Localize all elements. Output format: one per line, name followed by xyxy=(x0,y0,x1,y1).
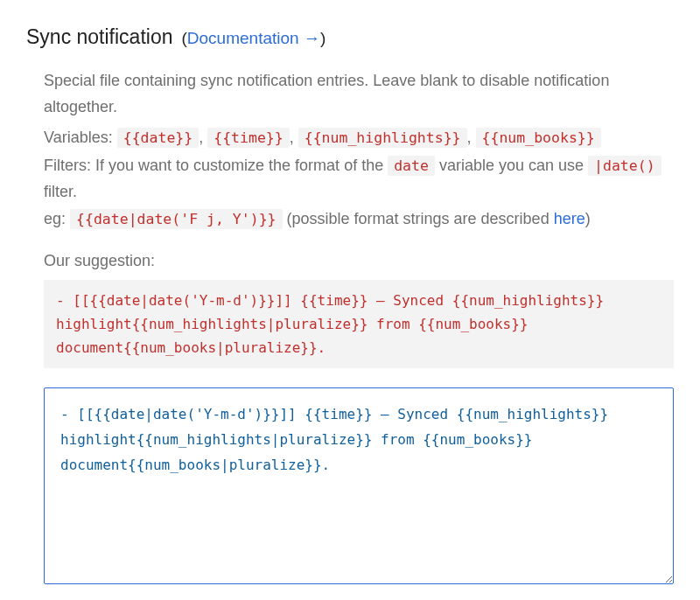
variable-num-highlights: {{num_highlights}} xyxy=(298,128,467,148)
paren-close: ) xyxy=(320,29,326,47)
variable-time: {{time}} xyxy=(207,128,289,148)
filters-text-suffix: filter. xyxy=(44,183,77,200)
section-description: Special file containing sync notificatio… xyxy=(44,68,674,120)
filter-date-func: |date() xyxy=(588,156,662,176)
filter-date-var: date xyxy=(388,156,435,176)
doc-link-wrapper: (Documentation →) xyxy=(181,24,326,52)
sync-notification-textarea[interactable]: - [[{{date|date('Y-m-d')}}]] {{time}} — … xyxy=(44,387,674,584)
variable-sep: , xyxy=(199,129,207,146)
example-line: eg: {{date|date('F j, Y')}} (possible fo… xyxy=(44,206,674,233)
example-code: {{date|date('F j, Y')}} xyxy=(70,209,282,229)
suggestion-label: Our suggestion: xyxy=(44,248,674,275)
section-content: Special file containing sync notificatio… xyxy=(26,68,674,593)
filters-text-prefix: Filters: If you want to customize the fo… xyxy=(44,157,388,174)
format-strings-link[interactable]: here xyxy=(554,210,585,227)
documentation-link[interactable]: Documentation → xyxy=(187,29,320,47)
variables-label: Variables: xyxy=(44,129,113,146)
variable-sep: , xyxy=(467,129,476,146)
section-header: Sync notification (Documentation →) xyxy=(26,21,674,54)
variable-date: {{date}} xyxy=(117,128,199,148)
filters-line: Filters: If you want to customize the fo… xyxy=(44,153,674,205)
variables-line: Variables: {{date}}, {{time}}, {{num_hig… xyxy=(44,125,674,151)
example-close: ) xyxy=(585,210,591,227)
variable-num-books: {{num_books}} xyxy=(476,128,601,148)
example-after: (possible format strings are described xyxy=(283,210,554,227)
variable-sep: , xyxy=(290,129,298,146)
section-title: Sync notification xyxy=(26,21,172,54)
example-prefix: eg: xyxy=(44,210,70,227)
filters-text-middle: variable you can use xyxy=(435,157,588,174)
suggestion-code-block: - [[{{date|date('Y-m-d')}}]] {{time}} — … xyxy=(44,280,674,369)
